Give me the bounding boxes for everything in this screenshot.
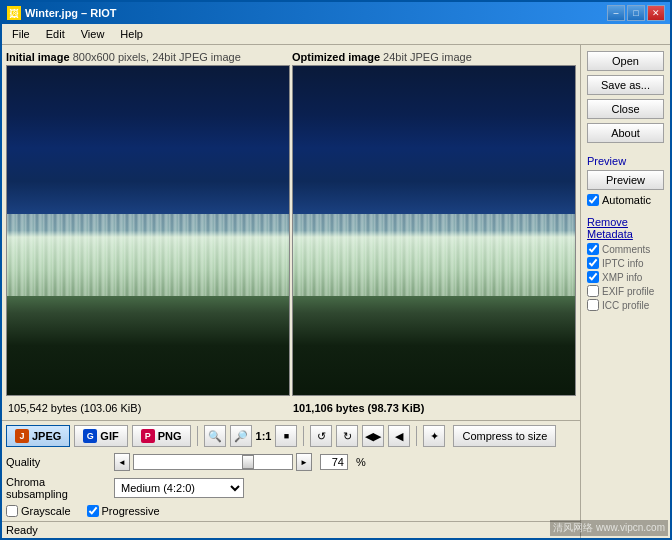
exif-label: EXIF profile <box>602 286 654 297</box>
redo-button[interactable]: ↻ <box>336 425 358 447</box>
right-winter-image <box>293 66 575 395</box>
chroma-select[interactable]: None (4:4:4) Low (4:2:2) Medium (4:2:0) … <box>114 478 244 498</box>
toolbar-area: J JPEG G GIF P PNG 🔍 🔎 1:1 ■ <box>2 420 580 521</box>
percent-sign: % <box>356 456 366 468</box>
metadata-right-col: IPTC info XMP info <box>587 257 664 285</box>
preview-section-label: Preview <box>587 155 664 167</box>
image-panels: Initial image 800x600 pixels, 24bit JPEG… <box>2 45 580 396</box>
iptc-label: IPTC info <box>602 258 644 269</box>
undo-button[interactable]: ↺ <box>310 425 332 447</box>
format-toolbar: J JPEG G GIF P PNG 🔍 🔎 1:1 ■ <box>6 425 576 447</box>
jpeg-icon: J <box>15 429 29 443</box>
images-area: Initial image 800x600 pixels, 24bit JPEG… <box>2 45 580 538</box>
save-as-button[interactable]: Save as... <box>587 75 664 95</box>
automatic-checkbox[interactable] <box>587 194 599 206</box>
grayscale-checkbox-label[interactable]: Grayscale <box>6 505 71 517</box>
app-icon: 🖼 <box>7 6 21 20</box>
exif-row: EXIF profile <box>587 285 664 297</box>
preview-section: Preview Preview Automatic <box>587 155 664 206</box>
minimize-button[interactable]: – <box>607 5 625 21</box>
divider-3 <box>416 426 417 446</box>
comments-checkbox[interactable] <box>587 243 599 255</box>
slider-container: ◄ ► <box>114 453 312 471</box>
checkbox-row: Grayscale Progressive <box>6 505 576 517</box>
comments-label: Comments <box>602 244 650 255</box>
menu-help[interactable]: Help <box>114 26 149 42</box>
xmp-checkbox[interactable] <box>587 271 599 283</box>
status-bar: Ready <box>2 521 580 538</box>
quality-slider[interactable] <box>133 454 293 470</box>
right-image-label: Optimized image 24bit JPEG image <box>292 49 576 65</box>
right-file-size: 101,106 bytes (98.73 KiB) <box>291 400 576 416</box>
jpeg-format-button[interactable]: J JPEG <box>6 425 70 447</box>
left-image-container <box>6 65 290 396</box>
left-winter-image <box>7 66 289 395</box>
quality-label: Quality <box>6 456 106 468</box>
comments-row: Comments <box>587 243 664 255</box>
main-content: Initial image 800x600 pixels, 24bit JPEG… <box>2 45 670 538</box>
progressive-checkbox-label[interactable]: Progressive <box>87 505 160 517</box>
divider-1 <box>197 426 198 446</box>
maximize-button[interactable]: □ <box>627 5 645 21</box>
right-image-panel: Optimized image 24bit JPEG image <box>292 49 576 396</box>
automatic-checkbox-row: Automatic <box>587 194 664 206</box>
divider-2 <box>303 426 304 446</box>
automatic-label: Automatic <box>602 194 651 206</box>
xmp-label: XMP info <box>602 272 642 283</box>
left-image-panel: Initial image 800x600 pixels, 24bit JPEG… <box>6 49 290 396</box>
snow-trees-right <box>293 214 575 296</box>
about-button[interactable]: About <box>587 123 664 143</box>
quality-row: Quality ◄ ► % <box>6 453 576 471</box>
iptc-checkbox[interactable] <box>587 257 599 269</box>
metadata-left: IPTC info XMP info <box>587 257 644 285</box>
menu-edit[interactable]: Edit <box>40 26 71 42</box>
xmp-row: XMP info <box>587 271 644 283</box>
status-text: Ready <box>6 524 38 536</box>
icc-label: ICC profile <box>602 300 649 311</box>
window-title: Winter.jpg – RIOT <box>25 7 117 19</box>
metadata-section: Remove Metadata Comments IPTC info XMP i… <box>587 216 664 313</box>
snow-trees-left <box>7 214 289 296</box>
gif-icon: G <box>83 429 97 443</box>
menu-view[interactable]: View <box>75 26 111 42</box>
open-button[interactable]: Open <box>587 51 664 71</box>
zoom-in-button[interactable]: 🔎 <box>230 425 252 447</box>
quality-value-input[interactable] <box>320 454 348 470</box>
color-button[interactable]: ■ <box>275 425 297 447</box>
png-format-button[interactable]: P PNG <box>132 425 191 447</box>
search-button[interactable]: 🔍 <box>204 425 226 447</box>
progressive-checkbox[interactable] <box>87 505 99 517</box>
main-window: 🖼 Winter.jpg – RIOT – □ ✕ File Edit View… <box>0 0 672 540</box>
right-action-panel: Open Save as... Close About Preview Prev… <box>580 45 670 538</box>
iptc-row: IPTC info <box>587 257 644 269</box>
close-button[interactable]: Close <box>587 99 664 119</box>
menu-file[interactable]: File <box>6 26 36 42</box>
zoom-label: 1:1 <box>256 430 272 442</box>
exif-checkbox[interactable] <box>587 285 599 297</box>
metadata-title: Remove Metadata <box>587 216 664 240</box>
flip-h-button[interactable]: ◀▶ <box>362 425 384 447</box>
preview-button[interactable]: Preview <box>587 170 664 190</box>
title-bar-left: 🖼 Winter.jpg – RIOT <box>7 6 117 20</box>
title-buttons: – □ ✕ <box>607 5 665 21</box>
chroma-row: Chroma subsampling None (4:4:4) Low (4:2… <box>6 476 576 500</box>
compress-to-size-button[interactable]: Compress to size <box>453 425 556 447</box>
left-image-label: Initial image 800x600 pixels, 24bit JPEG… <box>6 49 290 65</box>
icc-row: ICC profile <box>587 299 664 311</box>
chroma-label: Chroma subsampling <box>6 476 106 500</box>
right-image-container <box>292 65 576 396</box>
left-file-size: 105,542 bytes (103.06 KiB) <box>6 400 291 416</box>
gif-format-button[interactable]: G GIF <box>74 425 127 447</box>
star-button[interactable]: ✦ <box>423 425 445 447</box>
menu-bar: File Edit View Help <box>2 24 670 45</box>
quality-increase-button[interactable]: ► <box>296 453 312 471</box>
png-icon: P <box>141 429 155 443</box>
file-size-bar: 105,542 bytes (103.06 KiB) 101,106 bytes… <box>2 396 580 420</box>
flip-v-button[interactable]: ◀ <box>388 425 410 447</box>
icc-checkbox[interactable] <box>587 299 599 311</box>
grayscale-checkbox[interactable] <box>6 505 18 517</box>
quality-decrease-button[interactable]: ◄ <box>114 453 130 471</box>
title-bar: 🖼 Winter.jpg – RIOT – □ ✕ <box>2 2 670 24</box>
close-window-button[interactable]: ✕ <box>647 5 665 21</box>
